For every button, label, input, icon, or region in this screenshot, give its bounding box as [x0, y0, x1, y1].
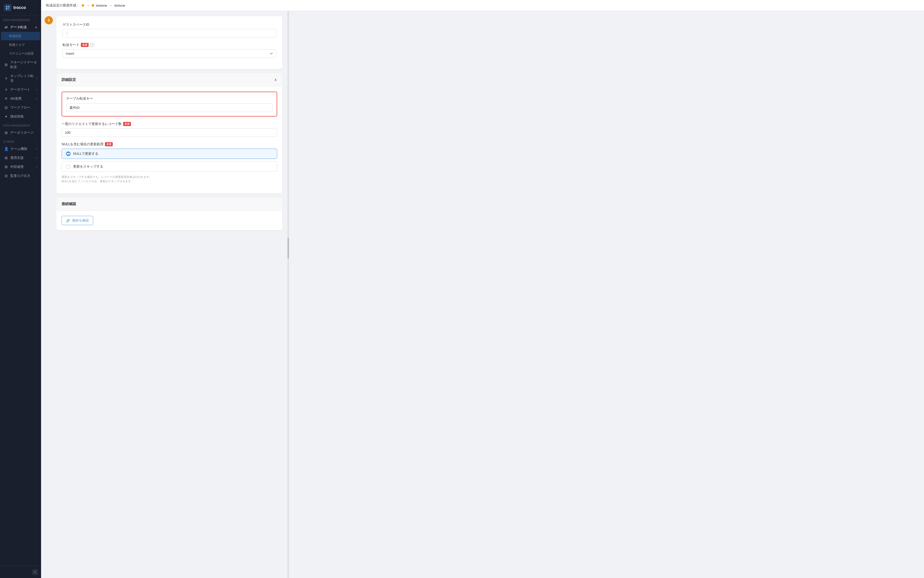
- chevron-right-icon-4: ›: [36, 148, 37, 150]
- sidebar-item-onpremise-transfer[interactable]: ≡ オンプレミス転送 ›: [1, 71, 40, 85]
- sidebar: trocco Data Engineering ⇄ データ転送 ∧ 転送設定 転…: [0, 0, 41, 578]
- arrow-icon: →: [86, 3, 89, 7]
- managed-transfer-icon: ⊞: [4, 63, 8, 67]
- basic-settings-card: ゲストスペースID 転送モード 必須 ? insert upsert repla…: [57, 16, 283, 69]
- workflow-icon: ⊟: [4, 106, 8, 110]
- sidebar-item-team-function[interactable]: 👤 チーム機能 ›: [1, 144, 40, 153]
- sidebar-item-datamart[interactable]: ≡ データマート ›: [1, 85, 40, 94]
- detail-settings-card: 詳細設定 ∧ テーブル転送キー 一度のリクエストで更新するレコード数 必須: [57, 73, 283, 193]
- sidebar-item-audit-log[interactable]: ⊟ 監査ログ出力: [1, 171, 40, 180]
- connection-confirm-title: 接続確認: [62, 202, 76, 206]
- logo-text: trocco: [13, 5, 26, 10]
- workflow-label: ワークフロー: [10, 105, 30, 110]
- transfer-jobs-label: 転送ジョブ: [9, 42, 24, 47]
- topbar-label: 転送設定の新規作成：: [46, 3, 80, 8]
- chevron-down-icon: ∧: [35, 26, 37, 29]
- help-icon[interactable]: ?: [90, 43, 94, 47]
- records-per-request-group: 一度のリクエストで更新するレコード数 必須: [62, 122, 277, 137]
- sidebar-item-managed-transfer[interactable]: ⊞ マネージドデータ転送: [1, 58, 40, 71]
- left-panel: 3: [41, 11, 57, 578]
- radio-null-label: NULLで更新する: [73, 151, 98, 156]
- svg-rect-1: [8, 6, 10, 7]
- chevron-right-icon: ›: [36, 77, 37, 80]
- sidebar-item-external-integration[interactable]: ⊞ 外部連携 ›: [1, 162, 40, 171]
- external-icon: ⊞: [4, 165, 8, 169]
- scrollbar-thumb[interactable]: [287, 238, 289, 258]
- sidebar-item-workflow[interactable]: ⊟ ワークフロー: [1, 103, 40, 112]
- table-key-wrapper: テーブル転送キー: [62, 92, 277, 117]
- required-badge-null: 必須: [105, 142, 113, 146]
- detail-settings-title: 詳細設定: [62, 78, 76, 82]
- logo-icon: [4, 4, 11, 11]
- dest-label: kintone: [114, 3, 125, 7]
- detail-settings-body: テーブル転送キー 一度のリクエストで更新するレコード数 必須: [57, 86, 283, 193]
- section-others: Others 👤 チーム機能 › ⊞ 運用支援 › ⊞ 外部連携 › ⊟ 監査ロ…: [0, 137, 41, 180]
- dbt-label: dbt連携: [10, 96, 21, 101]
- sidebar-collapse-area: «: [0, 566, 41, 578]
- svg-rect-3: [8, 8, 10, 10]
- sidebar-item-dbt[interactable]: ✕ dbt連携 ›: [1, 94, 40, 103]
- guest-space-label: ゲストスペースID: [63, 22, 276, 27]
- data-management-label: Data Management: [0, 121, 41, 128]
- sidebar-item-schedule-settings[interactable]: スケジュール設定: [1, 49, 40, 58]
- radio-circle-skip: [66, 164, 71, 169]
- collapse-button[interactable]: «: [32, 569, 38, 575]
- chevron-right-icon-6: ›: [36, 166, 37, 168]
- radio-skip-update[interactable]: 更新をスキップする: [62, 161, 277, 172]
- data-engineering-label: Data Engineering: [0, 16, 41, 23]
- connection-confirm-button[interactable]: 🔗 接続を確認: [62, 216, 93, 225]
- onpremise-icon: ≡: [4, 76, 8, 80]
- radio-update-with-null[interactable]: NULLで更新する: [62, 149, 277, 159]
- guest-space-input[interactable]: [63, 29, 276, 37]
- topbar: 転送設定の新規作成： → kintone → kintone: [41, 0, 924, 11]
- sidebar-item-label: データ転送: [10, 25, 27, 29]
- required-badge-mode: 必須: [81, 43, 89, 47]
- radio-circle-null: [66, 151, 71, 156]
- operations-icon: ⊞: [4, 156, 8, 160]
- connection-confirm-header: 接続確認: [57, 198, 283, 211]
- guest-space-group: ゲストスペースID: [63, 22, 276, 37]
- svg-rect-2: [6, 8, 7, 10]
- null-update-label: NULLを含む場合の更新処理 必須: [62, 142, 277, 146]
- transfer-mode-select[interactable]: insert upsert replace: [63, 49, 276, 58]
- data-lineage-label: データリネージ: [10, 130, 34, 135]
- chevron-right-icon-2: ›: [36, 88, 37, 91]
- scrollbar[interactable]: [287, 11, 289, 578]
- null-update-group: NULLを含む場合の更新処理 必須 NULLで更新する: [62, 142, 277, 183]
- records-per-request-input[interactable]: [62, 128, 277, 137]
- external-label: 外部連携: [10, 164, 24, 169]
- dest-dot: [92, 4, 94, 6]
- connection-confirm-card: 接続確認 🔗 接続を確認: [57, 198, 283, 230]
- data-transfer-icon: ⇄: [4, 25, 8, 29]
- chevron-right-icon-5: ›: [36, 157, 37, 159]
- null-update-radio-group: NULLで更新する 更新をスキップする: [62, 149, 277, 172]
- connection-icon: ✦: [4, 114, 8, 119]
- transfer-settings-label: 転送設定: [9, 34, 21, 38]
- connection-confirm-body: 🔗 接続を確認: [57, 211, 283, 230]
- sidebar-item-transfer-jobs[interactable]: 転送ジョブ: [1, 41, 40, 49]
- logo-area: trocco: [0, 0, 41, 16]
- transfer-mode-group: 転送モード 必須 ? insert upsert replace: [63, 42, 276, 58]
- main-area: 転送設定の新規作成： → kintone → kintone 3 ゲストスペース…: [41, 0, 924, 578]
- step-badge: 3: [45, 16, 53, 24]
- onpremise-label: オンプレミス転送: [10, 74, 34, 83]
- connection-confirm-label: 接続を確認: [72, 218, 89, 223]
- sidebar-item-connection[interactable]: ✦ 接続情報: [1, 112, 40, 121]
- sidebar-item-transfer-settings[interactable]: 転送設定: [1, 32, 40, 40]
- table-key-input[interactable]: [66, 104, 273, 112]
- others-label: Others: [0, 137, 41, 144]
- sidebar-item-operations[interactable]: ⊞ 運用支援 ›: [1, 153, 40, 162]
- content-area: 3 ゲストスペースID 転送モード 必須 ?: [41, 11, 924, 578]
- chevron-right-icon-3: ›: [36, 97, 37, 100]
- sidebar-item-data-transfer[interactable]: ⇄ データ転送 ∧: [1, 23, 40, 32]
- managed-transfer-label: マネージドデータ転送: [10, 60, 37, 69]
- schedule-settings-label: スケジュール設定: [9, 51, 34, 56]
- detail-settings-header[interactable]: 詳細設定 ∧: [57, 73, 283, 86]
- source-dot: [82, 4, 84, 6]
- section-data-engineering: Data Engineering ⇄ データ転送 ∧ 転送設定 転送ジョブ スケ…: [0, 16, 41, 121]
- team-icon: 👤: [4, 147, 8, 151]
- dbt-icon: ✕: [4, 96, 8, 101]
- team-label: チーム機能: [11, 146, 27, 151]
- operations-label: 運用支援: [10, 156, 24, 160]
- sidebar-item-data-lineage[interactable]: ⊞ データリネージ: [1, 128, 40, 137]
